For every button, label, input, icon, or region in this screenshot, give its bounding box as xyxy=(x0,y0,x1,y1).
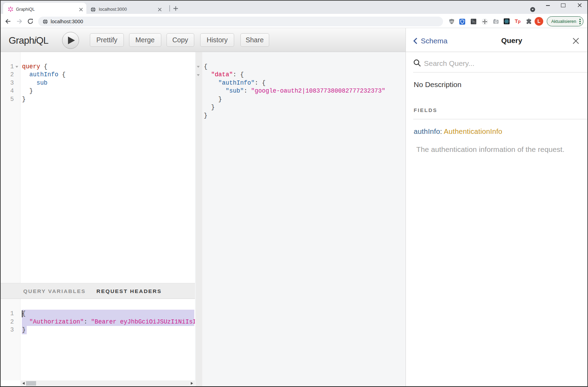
svg-text:UD: UD xyxy=(450,20,453,23)
svg-text:P: P xyxy=(472,20,475,24)
